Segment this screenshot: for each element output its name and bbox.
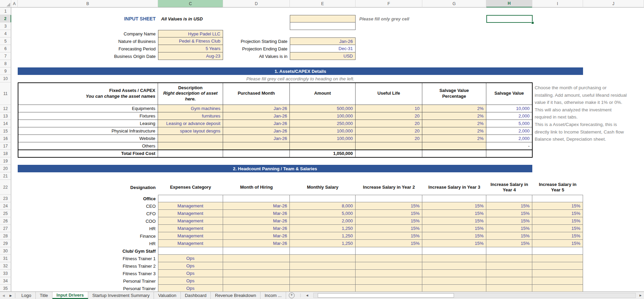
cell-H24[interactable]: 15%: [486, 202, 532, 210]
cell-C32[interactable]: Ops: [158, 262, 223, 270]
cell-I30[interactable]: [532, 247, 583, 255]
cell-I26[interactable]: 15%: [532, 217, 583, 225]
cell-I23[interactable]: [532, 195, 583, 202]
cell-F17[interactable]: [356, 142, 422, 150]
cell-D23[interactable]: [223, 195, 290, 202]
col-header-J[interactable]: J: [583, 0, 644, 7]
cell-B31[interactable]: Fitness Trainer 1: [18, 255, 158, 262]
cell-C28[interactable]: Management: [158, 232, 223, 240]
cell-B27[interactable]: HR: [18, 225, 158, 232]
sheet-tab-logo[interactable]: Logo: [17, 292, 36, 299]
row-header-32[interactable]: 32: [0, 262, 11, 270]
cell-D34[interactable]: [223, 277, 290, 285]
sheet-tab-dashboard[interactable]: Dashboard: [181, 292, 211, 299]
cell-G13[interactable]: 2%: [422, 112, 486, 120]
cell-D24[interactable]: Mar-26: [223, 202, 290, 210]
row-header-3[interactable]: 3: [0, 22, 11, 30]
cell-H32[interactable]: [486, 262, 532, 270]
row-header-13[interactable]: 13: [0, 112, 11, 120]
cell-H29[interactable]: 15%: [486, 240, 532, 247]
col-header-G[interactable]: G: [422, 0, 486, 7]
cell-E5[interactable]: Jan-26: [290, 37, 356, 45]
cell-E35[interactable]: [290, 285, 356, 292]
cell-D25[interactable]: Mar-26: [223, 210, 290, 217]
cell-G32[interactable]: [422, 262, 486, 270]
cell-C7[interactable]: Aug-23: [158, 52, 223, 60]
cell-G28[interactable]: 15%: [422, 232, 486, 240]
assets-header-E[interactable]: Amount: [290, 82, 356, 105]
cell-C34[interactable]: Ops: [158, 277, 223, 285]
section1-header-bar[interactable]: 1. Assets/CAPEX Details: [18, 67, 583, 75]
cell-F13[interactable]: 20: [356, 112, 422, 120]
cell-F24[interactable]: 15%: [356, 202, 422, 210]
cell-B14[interactable]: Leasing: [18, 120, 158, 127]
row-header-17[interactable]: 17: [0, 142, 11, 150]
cell-G31[interactable]: [422, 255, 486, 262]
cell-I24[interactable]: 15%: [532, 202, 583, 210]
active-cell-H2[interactable]: [486, 15, 533, 23]
cell-H35[interactable]: [486, 285, 532, 292]
cell-E29[interactable]: 1,250: [290, 240, 356, 247]
cell-F32[interactable]: [356, 262, 422, 270]
row-header-10[interactable]: 10: [0, 75, 11, 82]
row-header-24[interactable]: 24: [0, 202, 11, 210]
cell-F35[interactable]: [356, 285, 422, 292]
cell-E6[interactable]: Dec-31: [290, 45, 356, 52]
cell-E23[interactable]: [290, 195, 356, 202]
sheet-tab-input-drivers[interactable]: Input Drivers: [52, 292, 88, 299]
cell-E15[interactable]: 100,000: [290, 127, 356, 135]
tab-scroll-left-icon[interactable]: ◀: [0, 292, 7, 299]
cell-I35[interactable]: [532, 285, 583, 292]
cell-G35[interactable]: [422, 285, 486, 292]
row-header-25[interactable]: 25: [0, 210, 11, 217]
cell-D16[interactable]: Jan-26: [223, 135, 290, 142]
cell-H12[interactable]: 10,000: [486, 105, 532, 112]
assets-header-G[interactable]: Salvage Value Percentage: [422, 82, 486, 105]
fill-grey-cell-note[interactable]: Please fill only grey cell: [357, 15, 483, 22]
cell-B29[interactable]: HR: [18, 240, 158, 247]
fill-handle[interactable]: [531, 21, 534, 24]
assets-header-name[interactable]: Fixed Assets / CAPEXYou can change the a…: [18, 82, 158, 105]
cell-G24[interactable]: 15%: [422, 202, 486, 210]
cell-G18[interactable]: [422, 150, 486, 157]
cell-C13[interactable]: furnitures: [158, 112, 223, 120]
cell-B13[interactable]: Fixtures: [18, 112, 158, 120]
row-header-7[interactable]: 7: [0, 52, 11, 60]
cell-B33[interactable]: Fitness Trainer 3: [18, 270, 158, 277]
row-header-14[interactable]: 14: [0, 120, 11, 127]
cell-B32[interactable]: Fitness Trainer 2: [18, 262, 158, 270]
cell-D32[interactable]: [223, 262, 290, 270]
cell-B17[interactable]: Others: [18, 142, 158, 150]
assets-header-F[interactable]: Useful Life: [356, 82, 422, 105]
row-header-27[interactable]: 27: [0, 225, 11, 232]
hscroll-right-arrow-icon[interactable]: ▶: [637, 292, 644, 299]
cell-C27[interactable]: Management: [158, 225, 223, 232]
page-title[interactable]: INPUT SHEET: [18, 15, 158, 22]
cell-E34[interactable]: [290, 277, 356, 285]
cell-F34[interactable]: [356, 277, 422, 285]
cell-D17[interactable]: [223, 142, 290, 150]
cell-B16[interactable]: Website: [18, 135, 158, 142]
cell-H13[interactable]: 2,000: [486, 112, 532, 120]
cell-F12[interactable]: 10: [356, 105, 422, 112]
assets-header-H[interactable]: Salvage Value: [486, 82, 532, 105]
cell-B24[interactable]: CEO: [18, 202, 158, 210]
cell-F31[interactable]: [356, 255, 422, 262]
cell-I25[interactable]: 15%: [532, 210, 583, 217]
cell-B12[interactable]: Equipments: [18, 105, 158, 112]
cell-C33[interactable]: Ops: [158, 270, 223, 277]
col-header-F[interactable]: F: [356, 0, 422, 7]
row-header-12[interactable]: 12: [0, 105, 11, 112]
select-all-corner[interactable]: [0, 0, 11, 7]
cell-B34[interactable]: Personal Trainer: [18, 277, 158, 285]
cell-G34[interactable]: [422, 277, 486, 285]
row-header-26[interactable]: 26: [0, 217, 11, 225]
cell-B28[interactable]: Finance: [18, 232, 158, 240]
cell-D28[interactable]: Mar-26: [223, 232, 290, 240]
row-header-4[interactable]: 4: [0, 30, 11, 37]
cell-G23[interactable]: [422, 195, 486, 202]
cell-C18[interactable]: [158, 150, 223, 157]
cell-C6[interactable]: 5 Years: [158, 45, 223, 52]
cell-B25[interactable]: CFO: [18, 210, 158, 217]
cell-E28[interactable]: 1,250: [290, 232, 356, 240]
